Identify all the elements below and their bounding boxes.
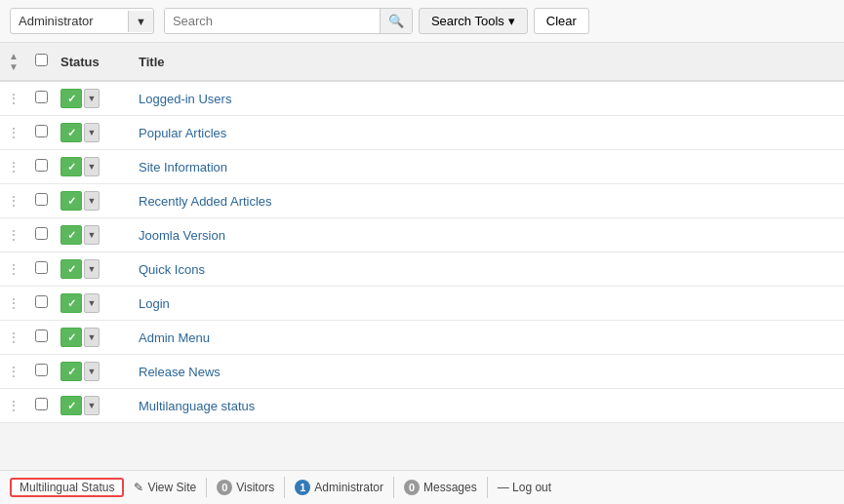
status-enabled-button[interactable]: [60, 225, 82, 245]
drag-handle-icon[interactable]: ⋮: [0, 116, 27, 150]
status-enabled-button[interactable]: [60, 259, 82, 279]
status-dropdown-button[interactable]: ▼: [84, 259, 100, 279]
title-link[interactable]: Logged-in Users: [139, 92, 231, 106]
search-tools-label: Search Tools: [431, 14, 504, 28]
drag-handle-icon[interactable]: ⋮: [0, 321, 27, 355]
status-cell: ▼: [55, 355, 133, 389]
row-checkbox-cell[interactable]: [27, 389, 55, 423]
row-checkbox[interactable]: [35, 91, 48, 103]
search-tools-button[interactable]: Search Tools ▾: [419, 8, 528, 34]
status-dropdown-button[interactable]: ▼: [84, 328, 100, 347]
table-row: ⋮ ▼ Login: [0, 287, 844, 321]
admin-select[interactable]: Administrator ▼: [10, 8, 154, 34]
drag-handle-icon[interactable]: ⋮: [0, 252, 27, 287]
row-checkbox-cell[interactable]: [27, 321, 55, 355]
table-row: ⋮ ▼ Logged-in Users: [0, 81, 844, 116]
title-link[interactable]: Multilanguage status: [139, 399, 255, 413]
status-dropdown-button[interactable]: ▼: [84, 225, 100, 245]
search-button[interactable]: 🔍: [380, 9, 412, 33]
status-enabled-button[interactable]: [60, 157, 82, 176]
row-checkbox-cell[interactable]: [27, 81, 55, 116]
search-input[interactable]: [165, 9, 380, 33]
row-checkbox-cell[interactable]: [27, 116, 55, 150]
sort-column-header[interactable]: ▲▼: [0, 43, 27, 81]
title-cell: Admin Menu: [133, 321, 844, 355]
clear-button[interactable]: Clear: [534, 8, 589, 34]
drag-handle-icon[interactable]: ⋮: [0, 389, 27, 423]
row-checkbox[interactable]: [35, 193, 48, 206]
title-link[interactable]: Recently Added Articles: [139, 194, 272, 209]
search-tools-arrow-icon: ▾: [508, 14, 515, 28]
status-cell: ▼: [55, 389, 133, 423]
title-cell: Joomla Version: [133, 218, 844, 252]
row-checkbox-cell[interactable]: [27, 287, 55, 321]
row-checkbox[interactable]: [35, 125, 48, 137]
status-enabled-button[interactable]: [60, 191, 82, 211]
title-link[interactable]: Site Information: [139, 160, 227, 174]
row-checkbox-cell[interactable]: [27, 150, 55, 184]
row-checkbox-cell[interactable]: [27, 355, 55, 389]
row-checkbox[interactable]: [35, 398, 48, 410]
row-checkbox-cell[interactable]: [27, 252, 55, 287]
status-enabled-button[interactable]: [60, 328, 82, 347]
title-cell: Popular Articles: [133, 116, 844, 150]
row-checkbox[interactable]: [35, 159, 48, 172]
drag-handle-icon[interactable]: ⋮: [0, 150, 27, 184]
status-dropdown-button[interactable]: ▼: [84, 123, 100, 142]
title-link[interactable]: Quick Icons: [139, 262, 205, 277]
status-cell: ▼: [55, 184, 133, 218]
title-link[interactable]: Popular Articles: [139, 126, 226, 140]
status-enabled-button[interactable]: [60, 293, 82, 313]
status-dropdown-button[interactable]: ▼: [84, 293, 100, 313]
row-checkbox[interactable]: [35, 364, 48, 376]
row-checkbox[interactable]: [35, 261, 48, 274]
title-column-header: Title: [133, 43, 844, 81]
items-table: ▲▼ Status Title ⋮: [0, 43, 844, 423]
status-cell: ▼: [55, 116, 133, 150]
status-dropdown-button[interactable]: ▼: [84, 396, 100, 415]
status-enabled-button[interactable]: [60, 396, 82, 415]
table-body: ⋮ ▼ Logged-in Users ⋮ ▼: [0, 81, 844, 423]
status-cell: ▼: [55, 218, 133, 252]
title-cell: Quick Icons: [133, 252, 844, 287]
admin-select-arrow-icon[interactable]: ▼: [128, 11, 153, 32]
items-table-container: ▲▼ Status Title ⋮: [0, 43, 844, 423]
drag-handle-icon[interactable]: ⋮: [0, 287, 27, 321]
status-dropdown-button[interactable]: ▼: [84, 157, 100, 176]
title-cell: Release News: [133, 355, 844, 389]
table-row: ⋮ ▼ Quick Icons: [0, 252, 844, 287]
status-cell: ▼: [55, 81, 133, 116]
status-enabled-button[interactable]: [60, 362, 82, 381]
status-dropdown-button[interactable]: ▼: [84, 191, 100, 211]
row-checkbox-cell[interactable]: [27, 184, 55, 218]
check-all-checkbox[interactable]: [35, 54, 48, 66]
table-row: ⋮ ▼ Admin Menu: [0, 321, 844, 355]
title-link[interactable]: Login: [139, 296, 170, 311]
title-cell: Recently Added Articles: [133, 184, 844, 218]
drag-handle-icon[interactable]: ⋮: [0, 81, 27, 116]
row-checkbox[interactable]: [35, 330, 48, 342]
status-cell: ▼: [55, 252, 133, 287]
status-cell: ▼: [55, 150, 133, 184]
sort-arrows-icon[interactable]: ▲▼: [6, 51, 21, 72]
toolbar: Administrator ▼ 🔍 Search Tools ▾ Clear: [0, 0, 844, 43]
title-link[interactable]: Admin Menu: [139, 330, 210, 345]
status-dropdown-button[interactable]: ▼: [84, 362, 100, 381]
row-checkbox-cell[interactable]: [27, 218, 55, 252]
admin-select-value: Administrator: [11, 9, 128, 33]
table-row: ⋮ ▼ Release News: [0, 355, 844, 389]
drag-handle-icon[interactable]: ⋮: [0, 184, 27, 218]
title-cell: Login: [133, 287, 844, 321]
row-checkbox[interactable]: [35, 227, 48, 240]
search-wrapper: 🔍: [164, 8, 413, 34]
check-all-column-header[interactable]: [27, 43, 55, 81]
status-enabled-button[interactable]: [60, 123, 82, 142]
status-enabled-button[interactable]: [60, 89, 82, 108]
title-link[interactable]: Joomla Version: [139, 228, 225, 243]
status-dropdown-button[interactable]: ▼: [84, 89, 100, 108]
row-checkbox[interactable]: [35, 295, 48, 308]
clear-label: Clear: [546, 14, 577, 28]
drag-handle-icon[interactable]: ⋮: [0, 355, 27, 389]
title-link[interactable]: Release News: [139, 365, 221, 379]
drag-handle-icon[interactable]: ⋮: [0, 218, 27, 252]
